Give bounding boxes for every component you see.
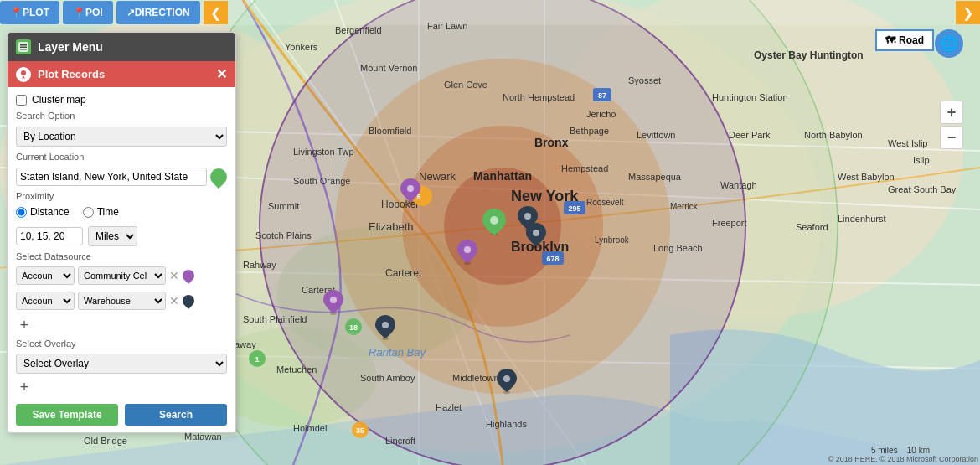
svg-text:Bronx: Bronx xyxy=(534,136,569,149)
time-radio[interactable] xyxy=(83,207,94,218)
svg-text:Bethpage: Bethpage xyxy=(570,126,609,136)
plot-records-header: Plot Records ✕ xyxy=(8,61,235,87)
svg-text:Elizabeth: Elizabeth xyxy=(369,220,413,233)
svg-point-102 xyxy=(524,213,531,220)
proximity-label-row: Proximity xyxy=(16,191,227,201)
svg-text:18: 18 xyxy=(349,323,358,332)
location-pin-icon xyxy=(207,165,230,189)
nav-arrow-right[interactable]: ❯ xyxy=(956,1,980,24)
svg-text:Bergenfield: Bergenfield xyxy=(335,25,382,35)
copyright-text: © 2018 HERE, © 2018 Microsoft Corporatio… xyxy=(828,455,978,463)
svg-text:Great South Bay: Great South Bay xyxy=(888,184,957,194)
search-button[interactable]: Search xyxy=(125,404,227,426)
cluster-map-row: Cluster map xyxy=(16,94,227,106)
svg-text:Yonkers: Yonkers xyxy=(285,42,318,52)
svg-text:Long Beach: Long Beach xyxy=(653,243,703,253)
svg-text:Glen Cove: Glen Cove xyxy=(444,80,487,90)
time-radio-label[interactable]: Time xyxy=(83,206,119,218)
plot-records-icon xyxy=(16,67,31,82)
svg-text:Carteret: Carteret xyxy=(385,267,422,279)
globe-button[interactable]: 🌐 xyxy=(935,29,963,58)
layer-menu-header: Layer Menu xyxy=(8,33,235,61)
svg-text:87: 87 xyxy=(598,91,606,100)
zoom-in-button[interactable]: + xyxy=(940,101,963,124)
close-button[interactable]: ✕ xyxy=(216,66,227,82)
svg-point-100 xyxy=(490,216,498,225)
overlay-select[interactable]: Select Overlay xyxy=(16,354,227,374)
current-location-label: Current Location xyxy=(16,152,84,162)
layer-panel: Layer Menu Plot Records ✕ Cluster map Se… xyxy=(7,32,236,433)
nav-arrow-left[interactable]: ❮ xyxy=(204,1,228,24)
svg-text:Freeport: Freeport xyxy=(712,218,747,228)
direction-label: DIRECTION xyxy=(135,7,190,18)
svg-text:South Orange: South Orange xyxy=(293,176,351,186)
save-template-button[interactable]: Save Template xyxy=(16,404,118,426)
cluster-map-checkbox[interactable] xyxy=(16,95,27,106)
svg-text:Manhattan: Manhattan xyxy=(473,169,532,183)
svg-rect-112 xyxy=(20,49,27,50)
datasource-type-select-1[interactable]: Community Cel xyxy=(78,266,166,285)
svg-text:Massapequa: Massapequa xyxy=(628,172,682,182)
add-datasource-button[interactable]: + xyxy=(16,317,33,333)
proximity-unit-select[interactable]: Miles Km xyxy=(88,226,137,246)
svg-text:Mount Vernon: Mount Vernon xyxy=(360,63,418,73)
scale-bar: 5 miles 10 km xyxy=(871,446,930,455)
poi-button[interactable]: 📍 POI xyxy=(63,1,113,24)
datasource-label-row: Select Datasource xyxy=(16,251,227,261)
datasource-row-1: Accoun Community Cel ✕ xyxy=(16,266,227,285)
svg-text:35: 35 xyxy=(356,426,364,435)
svg-text:Holmdel: Holmdel xyxy=(293,423,327,433)
search-option-label-row: Search Option xyxy=(16,111,227,121)
svg-text:Bloomfield: Bloomfield xyxy=(369,126,411,136)
layer-menu-icon xyxy=(16,39,31,54)
add-overlay-button[interactable]: + xyxy=(16,379,33,395)
poi-label: POI xyxy=(85,7,103,18)
datasource-account-select-1[interactable]: Accoun xyxy=(16,266,75,285)
svg-text:Middletown: Middletown xyxy=(452,373,499,383)
location-input[interactable] xyxy=(16,168,207,186)
svg-text:Raritan Bay: Raritan Bay xyxy=(369,346,426,359)
svg-text:Hempstead: Hempstead xyxy=(561,163,608,173)
svg-rect-110 xyxy=(20,44,27,46)
svg-text:North Babylon: North Babylon xyxy=(804,130,863,140)
zoom-controls: + − xyxy=(940,101,963,151)
action-buttons-row: Save Template Search xyxy=(16,404,227,426)
svg-text:Rahway: Rahway xyxy=(243,260,276,270)
svg-text:Levittown: Levittown xyxy=(637,130,675,140)
overlay-label: Select Overlay xyxy=(16,338,76,349)
zoom-out-button[interactable]: − xyxy=(940,126,963,149)
proximity-inputs-row: Miles Km xyxy=(16,226,227,246)
globe-icon: 🌐 xyxy=(940,34,958,53)
road-type-button[interactable]: 🗺 Road xyxy=(875,29,934,51)
svg-point-98 xyxy=(330,297,337,303)
copyright-label: © 2018 HERE, © 2018 Microsoft Corporatio… xyxy=(828,455,978,463)
current-location-label-row: Current Location xyxy=(16,152,227,162)
time-label: Time xyxy=(97,206,119,218)
panel-body: Cluster map Search Option By Location Cu… xyxy=(8,87,235,432)
plot-records-title: Plot Records xyxy=(38,68,105,80)
proximity-values-input[interactable] xyxy=(16,227,83,245)
svg-text:Lindenhurst: Lindenhurst xyxy=(838,214,886,224)
overlay-label-row: Select Overlay xyxy=(16,338,227,349)
search-option-select[interactable]: By Location xyxy=(16,127,227,147)
road-label: Road xyxy=(899,34,924,46)
distance-radio[interactable] xyxy=(16,207,27,218)
svg-text:South Plainfield: South Plainfield xyxy=(243,314,307,324)
svg-point-94 xyxy=(407,185,414,192)
svg-point-108 xyxy=(503,375,510,382)
datasource-account-select-2[interactable]: Accoun xyxy=(16,292,75,310)
distance-radio-label[interactable]: Distance xyxy=(16,206,70,218)
datasource-remove-1[interactable]: ✕ xyxy=(169,269,179,282)
plot-button[interactable]: 📍 PLOT xyxy=(0,1,59,24)
scale-miles: 5 miles xyxy=(871,446,898,455)
svg-text:South Amboy: South Amboy xyxy=(360,373,415,383)
svg-text:Islip: Islip xyxy=(913,155,930,165)
datasource-type-select-2[interactable]: Warehouse xyxy=(78,292,166,310)
direction-icon: ↗ xyxy=(126,7,135,18)
search-option-label: Search Option xyxy=(16,111,75,121)
svg-text:Hazlet: Hazlet xyxy=(436,402,462,412)
svg-text:Huntington Station: Huntington Station xyxy=(712,92,788,102)
datasource-remove-2[interactable]: ✕ xyxy=(169,294,179,307)
datasource-row-2: Accoun Warehouse ✕ xyxy=(16,292,227,310)
direction-button[interactable]: ↗ DIRECTION xyxy=(116,1,200,24)
